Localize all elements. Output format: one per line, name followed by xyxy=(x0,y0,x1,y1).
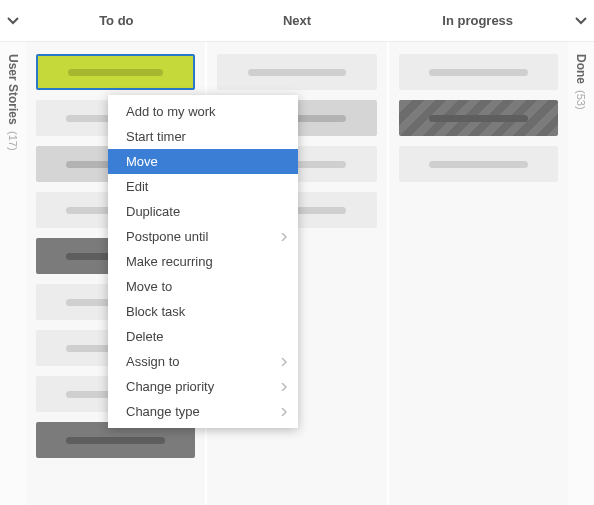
menu-item-move-to[interactable]: Move to xyxy=(108,274,298,299)
column-header-todo[interactable]: To do xyxy=(26,0,207,41)
menu-item-label: Block task xyxy=(126,304,185,319)
column-header-inprogress[interactable]: In progress xyxy=(387,0,568,41)
board-header: To do Next In progress xyxy=(0,0,594,42)
collapsed-column-title: Done xyxy=(574,54,588,84)
menu-item-change-priority[interactable]: Change priority xyxy=(108,374,298,399)
chevron-down-icon xyxy=(575,15,587,27)
card[interactable] xyxy=(399,54,558,90)
card-placeholder-line xyxy=(429,69,528,76)
collapse-left-button[interactable] xyxy=(0,0,26,41)
chevron-down-icon xyxy=(7,15,19,27)
menu-item-label: Delete xyxy=(126,329,164,344)
menu-item-label: Make recurring xyxy=(126,254,213,269)
card-placeholder-line xyxy=(429,161,528,168)
menu-item-edit[interactable]: Edit xyxy=(108,174,298,199)
menu-item-label: Change type xyxy=(126,404,200,419)
collapsed-column-done[interactable]: Done (53) xyxy=(568,42,594,505)
menu-item-label: Change priority xyxy=(126,379,214,394)
card-placeholder-line xyxy=(248,69,347,76)
card-placeholder-line xyxy=(68,69,163,76)
chevron-right-icon xyxy=(280,408,288,416)
menu-item-label: Postpone until xyxy=(126,229,208,244)
card-placeholder-line xyxy=(429,115,528,122)
card[interactable] xyxy=(399,100,558,136)
menu-item-label: Duplicate xyxy=(126,204,180,219)
card[interactable] xyxy=(399,146,558,182)
menu-item-add-to-my-work[interactable]: Add to my work xyxy=(108,99,298,124)
column-header-next[interactable]: Next xyxy=(207,0,388,41)
card[interactable] xyxy=(217,54,376,90)
column-inprogress[interactable] xyxy=(389,42,568,505)
menu-item-start-timer[interactable]: Start timer xyxy=(108,124,298,149)
collapsed-column-count: (53) xyxy=(575,90,587,110)
menu-item-make-recurring[interactable]: Make recurring xyxy=(108,249,298,274)
collapse-right-button[interactable] xyxy=(568,0,594,41)
card-placeholder-line xyxy=(66,437,165,444)
chevron-right-icon xyxy=(280,233,288,241)
chevron-right-icon xyxy=(280,358,288,366)
swimlane-label-left[interactable]: User Stories (17) xyxy=(0,42,26,505)
card[interactable] xyxy=(36,54,195,90)
card-context-menu: Add to my workStart timerMoveEditDuplica… xyxy=(108,95,298,428)
menu-item-label: Assign to xyxy=(126,354,179,369)
menu-item-duplicate[interactable]: Duplicate xyxy=(108,199,298,224)
swimlane-count: (17) xyxy=(7,131,19,151)
menu-item-label: Edit xyxy=(126,179,148,194)
menu-item-block-task[interactable]: Block task xyxy=(108,299,298,324)
menu-item-label: Move to xyxy=(126,279,172,294)
swimlane-title: User Stories xyxy=(6,54,20,125)
menu-item-move[interactable]: Move xyxy=(108,149,298,174)
chevron-right-icon xyxy=(280,383,288,391)
menu-item-label: Add to my work xyxy=(126,104,216,119)
menu-item-label: Move xyxy=(126,154,158,169)
menu-item-change-type[interactable]: Change type xyxy=(108,399,298,424)
menu-item-assign-to[interactable]: Assign to xyxy=(108,349,298,374)
menu-item-postpone-until[interactable]: Postpone until xyxy=(108,224,298,249)
menu-item-label: Start timer xyxy=(126,129,186,144)
menu-item-delete[interactable]: Delete xyxy=(108,324,298,349)
